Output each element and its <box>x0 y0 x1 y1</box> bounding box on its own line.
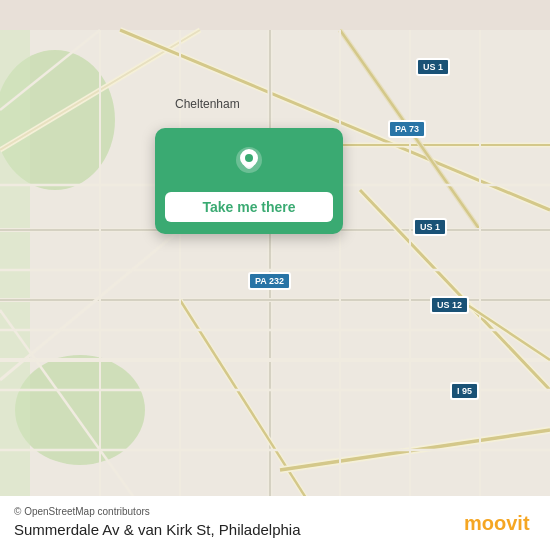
svg-text:Cheltenham: Cheltenham <box>175 97 240 111</box>
shield-us12: US 12 <box>430 296 469 314</box>
location-label: Summerdale Av & van Kirk St, Philadelphi… <box>14 521 536 538</box>
shield-pa73: PA 73 <box>388 120 426 138</box>
shield-us1-mid: US 1 <box>413 218 447 236</box>
svg-rect-3 <box>0 30 30 520</box>
svg-text:moovit: moovit <box>464 512 530 534</box>
attribution-text: © OpenStreetMap contributors <box>14 506 536 517</box>
moovit-logo: moovit <box>464 508 536 536</box>
location-pin-icon <box>229 142 269 182</box>
shield-i95: I 95 <box>450 382 479 400</box>
bottom-bar: © OpenStreetMap contributors Summerdale … <box>0 496 550 550</box>
moovit-wordmark: moovit <box>464 508 536 536</box>
map-container: Cheltenham US 1 PA 73 US 1 PA 232 US 12 … <box>0 0 550 550</box>
take-me-there-button[interactable]: Take me there <box>165 192 333 222</box>
location-card: Take me there <box>155 128 343 234</box>
svg-point-2 <box>15 355 145 465</box>
svg-point-43 <box>245 154 253 162</box>
shield-us1-top: US 1 <box>416 58 450 76</box>
shield-pa232: PA 232 <box>248 272 291 290</box>
